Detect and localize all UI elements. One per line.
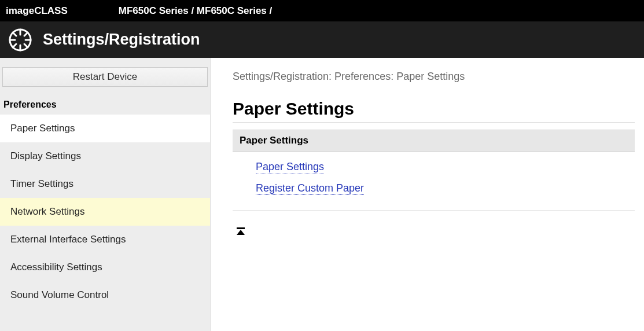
top-bar: imageCLASS MF650C Series / MF650C Series…: [0, 0, 644, 21]
model-line: MF650C Series / MF650C Series /: [119, 5, 273, 17]
breadcrumb: Settings/Registration: Preferences: Pape…: [233, 71, 635, 83]
link-paper-settings[interactable]: Paper Settings: [256, 161, 324, 174]
svg-line-5: [13, 32, 16, 36]
sidebar-item-external-interface[interactable]: External Interface Settings: [0, 226, 210, 253]
sidebar-item-timer-settings[interactable]: Timer Settings: [0, 170, 210, 198]
sidebar-section-label: Preferences: [0, 96, 210, 115]
svg-line-7: [24, 32, 28, 36]
back-to-top-icon[interactable]: [236, 227, 245, 235]
page-section-title: Settings/Registration: [43, 31, 200, 49]
sidebar-item-paper-settings[interactable]: Paper Settings: [0, 115, 210, 142]
svg-line-6: [24, 44, 28, 47]
main-panel: Settings/Registration: Preferences: Pape…: [211, 58, 644, 331]
sidebar: Restart Device Preferences Paper Setting…: [0, 58, 211, 331]
sidebar-item-accessibility[interactable]: Accessibility Settings: [0, 253, 210, 281]
panel-body: Paper Settings Register Custom Paper: [233, 152, 635, 211]
link-register-custom-paper[interactable]: Register Custom Paper: [256, 182, 364, 196]
brand-label: imageCLASS: [6, 5, 68, 17]
sidebar-item-network-settings[interactable]: Network Settings: [0, 198, 210, 226]
restart-device-button[interactable]: Restart Device: [2, 67, 208, 87]
svg-line-8: [13, 44, 16, 47]
sidebar-item-display-settings[interactable]: Display Settings: [0, 142, 210, 170]
page-title: Paper Settings: [233, 99, 635, 123]
content: Restart Device Preferences Paper Setting…: [0, 58, 644, 331]
sidebar-item-sound-volume[interactable]: Sound Volume Control: [0, 281, 210, 309]
panel-header: Paper Settings: [233, 130, 635, 152]
settings-icon: [8, 28, 32, 52]
title-bar: Settings/Registration: [0, 21, 644, 58]
